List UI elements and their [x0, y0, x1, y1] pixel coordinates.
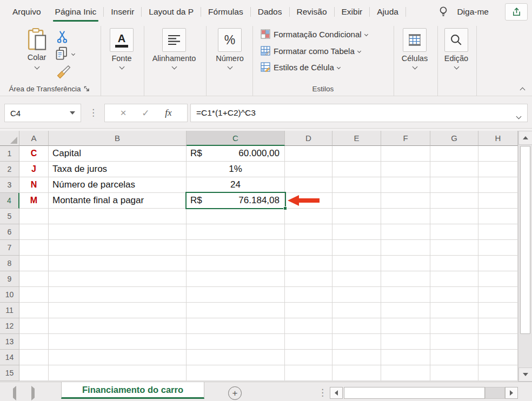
number-group-button[interactable]: % [218, 28, 242, 52]
cell-G10[interactable] [430, 287, 478, 303]
row-header-8[interactable]: 8 [0, 256, 19, 271]
cell-A7[interactable] [19, 240, 49, 256]
cell-F8[interactable] [381, 256, 430, 271]
cell-G2[interactable] [430, 162, 478, 177]
format-as-table-button[interactable]: Formatar como Tabela [261, 46, 361, 56]
cell-G9[interactable] [430, 271, 478, 287]
row-header-1[interactable]: 1 [0, 146, 19, 162]
cell-E10[interactable] [332, 287, 381, 303]
cell-G3[interactable] [430, 177, 478, 193]
cell-D6[interactable] [285, 224, 332, 240]
cell-H2[interactable] [478, 162, 518, 177]
cell-A9[interactable] [19, 271, 49, 287]
cell-F9[interactable] [381, 271, 430, 287]
cell-G6[interactable] [430, 224, 478, 240]
cell-F6[interactable] [381, 224, 430, 240]
cell-styles-button[interactable]: Estilos de Célula [261, 62, 340, 72]
previous-sheet-button[interactable] [13, 389, 16, 398]
cell-A15[interactable] [19, 365, 49, 381]
cell-G1[interactable] [430, 146, 478, 162]
cell-E2[interactable] [332, 162, 381, 177]
cell-H9[interactable] [478, 271, 518, 287]
cell-A2[interactable]: J [19, 162, 49, 177]
cell-C12[interactable] [187, 318, 285, 334]
scroll-left-button[interactable] [330, 387, 343, 399]
cell-A8[interactable] [19, 256, 49, 271]
cell-D15[interactable] [285, 365, 332, 381]
cell-H12[interactable] [478, 318, 518, 334]
cell-H15[interactable] [478, 365, 518, 381]
row-header-7[interactable]: 7 [0, 240, 19, 256]
cell-H3[interactable] [478, 177, 518, 193]
column-header-D[interactable]: D [285, 131, 332, 146]
cell-F15[interactable] [381, 365, 430, 381]
cell-A4[interactable]: M [19, 193, 49, 209]
cell-D8[interactable] [285, 256, 332, 271]
row-header-10[interactable]: 10 [0, 287, 19, 303]
row-header-6[interactable]: 6 [0, 224, 19, 240]
cell-B1[interactable]: Capital [49, 146, 187, 162]
column-header-C[interactable]: C [187, 131, 285, 146]
cell-E13[interactable] [332, 334, 381, 350]
cell-H11[interactable] [478, 303, 518, 318]
cell-B15[interactable] [49, 365, 187, 381]
row-header-14[interactable]: 14 [0, 350, 19, 365]
horizontal-scrollbar-thumb[interactable] [344, 387, 485, 399]
cell-E14[interactable] [332, 350, 381, 365]
cell-D7[interactable] [285, 240, 332, 256]
cell-A1[interactable]: C [19, 146, 49, 162]
collapse-ribbon-button[interactable] [521, 84, 524, 94]
row-header-4[interactable]: 4 [0, 193, 19, 209]
cell-E4[interactable] [332, 193, 381, 209]
cell-H4[interactable] [478, 193, 518, 209]
cell-C14[interactable] [187, 350, 285, 365]
cell-C6[interactable] [187, 224, 285, 240]
enter-icon[interactable]: ✓ [142, 108, 149, 119]
cell-E9[interactable] [332, 271, 381, 287]
cell-D5[interactable] [285, 209, 332, 224]
cell-A6[interactable] [19, 224, 49, 240]
cell-H14[interactable] [478, 350, 518, 365]
cell-A11[interactable] [19, 303, 49, 318]
ribbon-tab-layout-da-p[interactable]: Layout da P [142, 0, 201, 24]
format-painter-button[interactable] [56, 65, 71, 79]
ribbon-tab-inserir[interactable]: Inserir [104, 0, 141, 24]
cell-D2[interactable] [285, 162, 332, 177]
cell-D12[interactable] [285, 318, 332, 334]
row-header-9[interactable]: 9 [0, 271, 19, 287]
cell-D10[interactable] [285, 287, 332, 303]
cell-H13[interactable] [478, 334, 518, 350]
cell-C5[interactable] [187, 209, 285, 224]
cell-A5[interactable] [19, 209, 49, 224]
cell-D3[interactable] [285, 177, 332, 193]
cell-D9[interactable] [285, 271, 332, 287]
column-header-H[interactable]: H [478, 131, 518, 146]
cell-F13[interactable] [381, 334, 430, 350]
cell-H7[interactable] [478, 240, 518, 256]
copy-dropdown-chevron-icon[interactable] [71, 51, 75, 55]
cell-C7[interactable] [187, 240, 285, 256]
column-header-F[interactable]: F [381, 131, 430, 146]
row-header-15[interactable]: 15 [0, 365, 19, 381]
vertical-scrollbar[interactable] [518, 131, 532, 382]
sheet-tab-active[interactable]: Financiamento do carro [61, 382, 204, 399]
dialog-launcher-icon[interactable] [84, 86, 90, 92]
cell-D13[interactable] [285, 334, 332, 350]
ribbon-tab-fórmulas[interactable]: Fórmulas [201, 0, 250, 24]
column-header-A[interactable]: A [19, 131, 49, 146]
cell-F11[interactable] [381, 303, 430, 318]
row-header-11[interactable]: 11 [0, 303, 19, 318]
cell-C2[interactable]: 1% [187, 162, 285, 177]
cell-G4[interactable] [430, 193, 478, 209]
cell-C9[interactable] [187, 271, 285, 287]
cell-B5[interactable] [49, 209, 187, 224]
cell-E12[interactable] [332, 318, 381, 334]
font-group-chevron-icon[interactable] [97, 65, 146, 69]
cell-D4[interactable] [285, 193, 332, 209]
cell-A10[interactable] [19, 287, 49, 303]
cell-E6[interactable] [332, 224, 381, 240]
row-header-5[interactable]: 5 [0, 209, 19, 224]
cell-H5[interactable] [478, 209, 518, 224]
cell-C13[interactable] [187, 334, 285, 350]
cell-F1[interactable] [381, 146, 430, 162]
